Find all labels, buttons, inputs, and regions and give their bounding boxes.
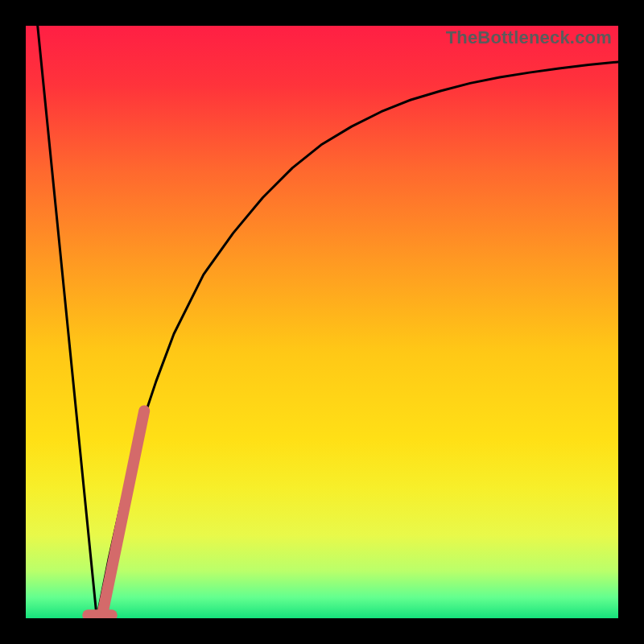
curve-layer	[26, 26, 618, 618]
curve-right-branch	[97, 62, 618, 618]
outer-frame: TheBottleneck.com	[0, 0, 644, 644]
watermark-text: TheBottleneck.com	[446, 27, 612, 48]
plot-area: TheBottleneck.com	[26, 26, 618, 618]
highlight-segment	[103, 411, 145, 612]
curve-left-branch	[38, 26, 97, 618]
